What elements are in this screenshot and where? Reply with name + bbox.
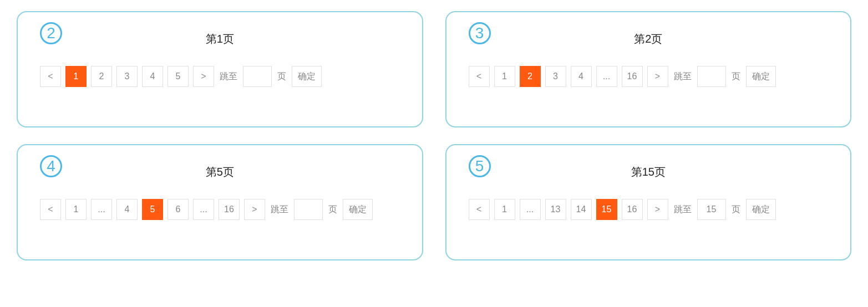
page-button[interactable]: 4 xyxy=(116,199,138,220)
jump-page-input[interactable] xyxy=(697,66,726,87)
pagination-panel: 4第5页<1...456...16>跳至页确定 xyxy=(17,144,423,260)
panel-badge: 2 xyxy=(40,22,62,44)
page-button[interactable]: 16 xyxy=(219,199,240,220)
page-button[interactable]: 1 xyxy=(65,199,87,220)
pagination-row: <1...13141516>跳至页确定 xyxy=(463,199,834,220)
pagination-row: <12345>跳至页确定 xyxy=(34,66,405,87)
page-button[interactable]: 5 xyxy=(142,199,163,220)
prev-page-button[interactable]: < xyxy=(40,66,61,87)
page-button[interactable]: 16 xyxy=(622,66,643,87)
page-button[interactable]: 5 xyxy=(167,66,189,87)
page-button[interactable]: 4 xyxy=(142,66,163,87)
panel-title: 第5页 xyxy=(34,165,405,180)
page-suffix-label: 页 xyxy=(732,71,740,83)
page-ellipsis: ... xyxy=(91,199,112,220)
page-ellipsis: ... xyxy=(193,199,214,220)
page-suffix-label: 页 xyxy=(732,204,740,216)
page-button[interactable]: 14 xyxy=(571,199,592,220)
jump-page-input[interactable] xyxy=(697,199,726,220)
page-suffix-label: 页 xyxy=(328,204,337,216)
page-ellipsis: ... xyxy=(520,199,541,220)
next-page-button[interactable]: > xyxy=(647,199,668,220)
prev-page-button[interactable]: < xyxy=(40,199,61,220)
panel-badge: 3 xyxy=(469,22,491,44)
page-button[interactable]: 4 xyxy=(571,66,592,87)
jump-label: 跳至 xyxy=(271,204,288,216)
jump-page-input[interactable] xyxy=(294,199,323,220)
jump-label: 跳至 xyxy=(674,71,692,83)
confirm-button[interactable]: 确定 xyxy=(746,199,776,220)
confirm-button[interactable]: 确定 xyxy=(746,66,776,87)
pagination-panel: 5第15页<1...13141516>跳至页确定 xyxy=(445,144,852,260)
panel-badge: 5 xyxy=(469,155,491,177)
pagination-panel: 2第1页<12345>跳至页确定 xyxy=(17,11,423,127)
page-button[interactable]: 1 xyxy=(494,199,515,220)
next-page-button[interactable]: > xyxy=(647,66,668,87)
panel-title: 第1页 xyxy=(34,32,405,47)
pagination-panel: 3第2页<1234...16>跳至页确定 xyxy=(445,11,852,127)
jump-label: 跳至 xyxy=(220,71,237,83)
confirm-button[interactable]: 确定 xyxy=(292,66,322,87)
next-page-button[interactable]: > xyxy=(244,199,265,220)
confirm-button[interactable]: 确定 xyxy=(343,199,373,220)
jump-label: 跳至 xyxy=(674,204,692,216)
jump-page-input[interactable] xyxy=(243,66,272,87)
panel-title: 第15页 xyxy=(463,165,834,180)
page-button[interactable]: 15 xyxy=(596,199,617,220)
page-suffix-label: 页 xyxy=(277,71,286,83)
page-button[interactable]: 6 xyxy=(167,199,189,220)
page-button[interactable]: 3 xyxy=(116,66,138,87)
page-button[interactable]: 2 xyxy=(91,66,112,87)
page-ellipsis: ... xyxy=(596,66,617,87)
next-page-button[interactable]: > xyxy=(193,66,214,87)
prev-page-button[interactable]: < xyxy=(469,199,490,220)
page-button[interactable]: 2 xyxy=(520,66,541,87)
page-button[interactable]: 3 xyxy=(545,66,566,87)
pagination-row: <1...456...16>跳至页确定 xyxy=(34,199,405,220)
panel-title: 第2页 xyxy=(463,32,834,47)
pagination-row: <1234...16>跳至页确定 xyxy=(463,66,834,87)
page-button[interactable]: 1 xyxy=(65,66,87,87)
prev-page-button[interactable]: < xyxy=(469,66,490,87)
page-button[interactable]: 13 xyxy=(545,199,566,220)
page-button[interactable]: 16 xyxy=(622,199,643,220)
panel-badge: 4 xyxy=(40,155,62,177)
page-button[interactable]: 1 xyxy=(494,66,515,87)
